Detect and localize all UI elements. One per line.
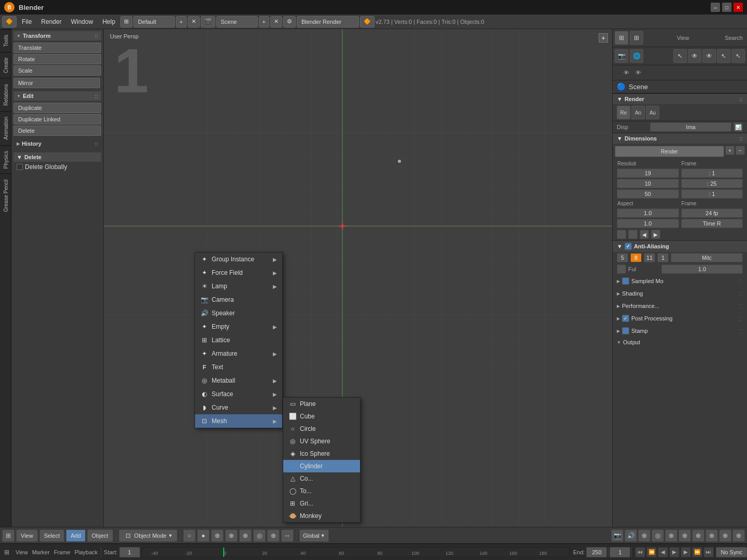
submenu-ico-sphere[interactable]: ◈ Ico Sphere xyxy=(283,447,360,460)
aa-filter-select[interactable]: Mitc xyxy=(671,253,743,262)
r-icon-cursor[interactable]: ↖ xyxy=(673,49,687,63)
time-right[interactable]: ▶ xyxy=(651,230,660,239)
post-triangle[interactable]: ▶ xyxy=(617,316,620,321)
ctx-metaball[interactable]: ◎ Metaball ▶ xyxy=(195,374,282,387)
ima-button[interactable]: Ima xyxy=(650,122,731,132)
blender-icon2[interactable]: 🔶 xyxy=(360,16,375,27)
aa-full-checkbox[interactable] xyxy=(617,264,626,274)
render-bt-3[interactable]: ⊕ xyxy=(638,529,651,542)
minimize-button[interactable]: – xyxy=(711,3,720,12)
rotate-button[interactable]: Rotate xyxy=(13,54,101,64)
ctx-mesh[interactable]: ⊡ Mesh ▶ xyxy=(195,414,282,428)
r-icon-eye[interactable]: 👁 xyxy=(688,49,701,63)
disp-extra-icon[interactable]: 📊 xyxy=(734,122,743,132)
submenu-monkey[interactable]: 🐵 Monkey xyxy=(283,510,360,522)
stamp-checkbox[interactable] xyxy=(622,327,629,334)
aspect-x-field[interactable]: 1.0 xyxy=(617,208,679,218)
submenu-plane[interactable]: ▭ Plane xyxy=(283,398,360,410)
tl-current-frame[interactable]: 1 xyxy=(610,547,630,557)
pb-next-key[interactable]: ⏩ xyxy=(692,547,702,557)
tab-physics[interactable]: Physics xyxy=(0,145,11,174)
render-bt-4[interactable]: ◎ xyxy=(652,529,664,542)
render-bt-2[interactable]: 🔊 xyxy=(625,529,637,542)
r-icon-extra[interactable]: ↖ xyxy=(731,49,745,63)
checkbox-2[interactable] xyxy=(628,230,638,239)
pb-jump-start[interactable]: ⏮ xyxy=(635,547,645,557)
pb-next-frame[interactable]: ▶ xyxy=(681,547,691,557)
history-section-header[interactable]: ▶ History :: xyxy=(13,139,101,148)
ctx-lamp[interactable]: ☀ Lamp ▶ xyxy=(195,279,282,293)
aa-5-button[interactable]: 5 xyxy=(617,253,628,262)
render-section-header[interactable]: ▼ Render :: xyxy=(613,93,747,104)
tab-create[interactable]: Create xyxy=(0,52,11,78)
r-icon-render-eye[interactable]: 👁 xyxy=(702,49,716,63)
submenu-torus[interactable]: ◯ To... xyxy=(283,485,360,497)
render-bt-1[interactable]: 📷 xyxy=(611,529,624,542)
snap2-icon[interactable]: ⊕ xyxy=(239,529,252,542)
aspect-y-field[interactable]: 1.0 xyxy=(617,219,679,228)
render-bt-7[interactable]: ⊕ xyxy=(692,529,704,542)
tab-relations[interactable]: Relations xyxy=(0,78,11,111)
translate-button[interactable]: Translate xyxy=(13,43,101,53)
pb-prev-key[interactable]: ⏪ xyxy=(646,547,657,557)
timeline-icon[interactable]: ⊞ xyxy=(0,545,13,559)
render-bt-10[interactable]: ⊕ xyxy=(732,529,745,542)
time-left[interactable]: ◀ xyxy=(640,230,649,239)
aa-11-button[interactable]: 11 xyxy=(644,253,655,262)
add-menu-button[interactable]: Add xyxy=(66,529,86,542)
render-bt-9[interactable]: ⊕ xyxy=(719,529,731,542)
ful-value-field[interactable]: 1.0 xyxy=(661,264,743,274)
performance-triangle[interactable]: ▶ xyxy=(617,304,620,309)
ctx-speaker[interactable]: 🔊 Speaker xyxy=(195,306,282,320)
proportional-icon[interactable]: ◎ xyxy=(253,529,266,542)
shading-triangle[interactable]: ▶ xyxy=(617,291,620,296)
plus-icon[interactable]: + xyxy=(176,16,186,27)
edit-section-header[interactable]: ▼ Edit :: xyxy=(13,91,101,101)
stamp-triangle[interactable]: ▶ xyxy=(617,329,620,333)
r-icon-camera[interactable]: 📷 xyxy=(615,49,628,63)
tab-tools[interactable]: Tools xyxy=(0,29,11,52)
render-bt-5[interactable]: ⊕ xyxy=(665,529,677,542)
ctx-text[interactable]: F Text xyxy=(195,360,282,374)
viewport-icon[interactable]: ⊞ xyxy=(2,529,15,542)
dimensions-section-header[interactable]: ▼ Dimensions :: xyxy=(613,133,747,144)
checkbox-1[interactable] xyxy=(617,230,626,239)
tl-start-field[interactable]: 1 xyxy=(119,547,140,557)
cross-icon[interactable]: ✕ xyxy=(188,16,200,27)
tab-grease-pencil[interactable]: Grease Pencil xyxy=(0,174,11,217)
pb-jump-end[interactable]: ⏭ xyxy=(703,547,714,557)
sampled-triangle[interactable]: ▶ xyxy=(617,279,620,284)
viewport-expand-button[interactable]: + xyxy=(599,33,608,43)
render-icon-an[interactable]: An xyxy=(631,106,645,119)
object-menu-button[interactable]: Object xyxy=(87,529,113,542)
maximize-button[interactable]: □ xyxy=(722,3,731,12)
submenu-cylinder[interactable]: ⬡ Cylinder xyxy=(283,460,360,472)
select-menu-button[interactable]: Select xyxy=(39,529,65,542)
render-icon-au[interactable]: Au xyxy=(646,106,659,119)
fps-field[interactable]: 24 fp xyxy=(681,208,743,218)
submenu-grid[interactable]: ⊞ Gri... xyxy=(283,497,360,510)
ctx-empty[interactable]: ✦ Empty ▶ xyxy=(195,320,282,333)
timeline-track[interactable]: -40 -20 0 20 40 60 80 100 120 140 160 18… xyxy=(142,547,570,557)
res-x-field[interactable]: 19 xyxy=(617,169,679,178)
time-remap-field[interactable]: Time R xyxy=(681,219,743,228)
window-menu[interactable]: Window xyxy=(67,16,98,27)
delete-button[interactable]: Delete xyxy=(13,125,101,136)
ctx-force-field[interactable]: ✦ Force Field ▶ xyxy=(195,266,282,279)
scene-cross[interactable]: ✕ xyxy=(270,16,282,27)
search-button[interactable]: Search xyxy=(723,35,745,41)
layout-icon[interactable]: ⊞ xyxy=(120,16,132,27)
ctx-lattice[interactable]: ⊞ Lattice xyxy=(195,333,282,347)
submenu-circle[interactable]: ○ Circle xyxy=(283,423,360,435)
ctx-curve[interactable]: ◗ Curve ▶ xyxy=(195,401,282,414)
render-plus[interactable]: + xyxy=(725,146,735,155)
r-icon-globe[interactable]: 🌐 xyxy=(630,49,643,63)
render-tab-render[interactable]: Render xyxy=(615,146,724,157)
file-menu[interactable]: File xyxy=(18,16,36,27)
right-icon-2[interactable]: ⊞ xyxy=(630,31,643,45)
scene-select[interactable]: Scene xyxy=(216,16,258,27)
scale-button[interactable]: Scale xyxy=(13,65,101,76)
close-button[interactable]: ✕ xyxy=(734,3,743,12)
snap-icon[interactable]: ⊕ xyxy=(225,529,238,542)
res-pct-field[interactable]: 50 xyxy=(617,189,679,199)
